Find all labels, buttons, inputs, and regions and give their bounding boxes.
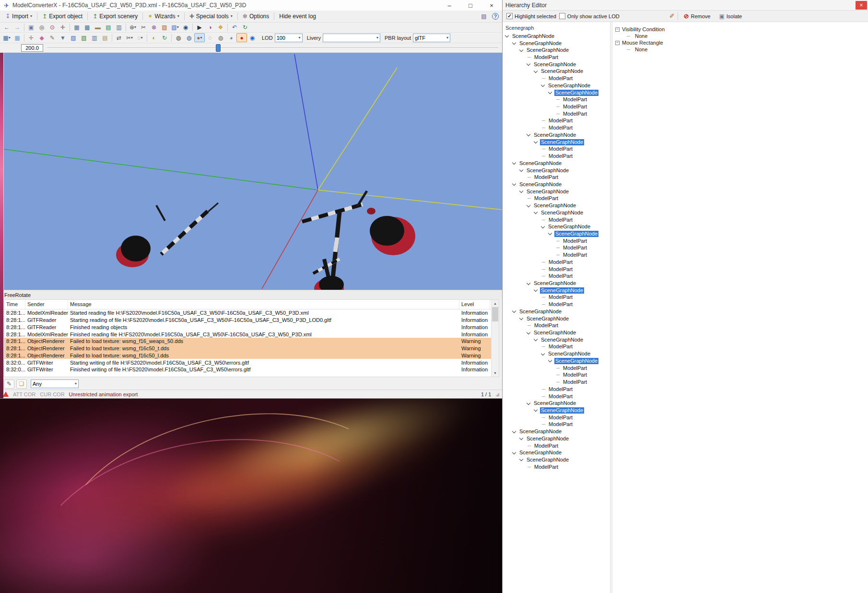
table-button[interactable]: ▤ <box>103 23 114 32</box>
sphere-wireframe-button[interactable]: ◍ <box>173 33 184 42</box>
expander-icon[interactable] <box>512 309 516 313</box>
scroll-down-icon[interactable]: ▼ <box>492 369 499 377</box>
merge-button[interactable]: ⊗ <box>149 23 159 32</box>
texture-button[interactable]: ▨ <box>159 23 170 32</box>
pin-view-button[interactable]: ⊙ <box>47 23 58 32</box>
sphere-shaded-button[interactable]: ◕ <box>226 33 236 42</box>
tree-node-modelpart[interactable]: ModelPart <box>503 421 610 428</box>
tree-node-modelpart[interactable]: ModelPart <box>503 146 610 153</box>
expander-icon[interactable] <box>527 330 530 334</box>
expander-icon[interactable] <box>541 351 545 355</box>
expander-icon[interactable] <box>548 231 552 235</box>
scroll-track[interactable] <box>492 307 499 369</box>
back-button[interactable]: ← <box>1 23 12 32</box>
undo-button[interactable]: ↶ <box>229 23 240 32</box>
tree-node-modelpart[interactable]: ModelPart <box>503 75 610 82</box>
viewport-3d[interactable] <box>4 53 502 290</box>
expander-icon[interactable] <box>534 408 538 412</box>
minimize-button[interactable]: – <box>439 0 460 11</box>
levels-button[interactable]: ▥ <box>89 33 100 42</box>
tree-node-modelpart[interactable]: ModelPart <box>503 301 610 308</box>
bulb-button[interactable]: ◐ <box>149 33 159 42</box>
expander-icon[interactable] <box>527 401 530 404</box>
log-row[interactable]: 8:28:1...ObjectRendererFailed to load te… <box>4 338 499 345</box>
expander-icon[interactable] <box>505 34 509 37</box>
tree-node-scenegraphnode[interactable]: SceneGraphNode <box>503 188 610 195</box>
log-row[interactable]: 8:28:1...GlTFReaderFinished reading obje… <box>4 324 499 331</box>
tree-node-modelpart[interactable]: ModelPart <box>503 96 610 103</box>
log-row[interactable]: 8:28:1...ObjectRendererFailed to load te… <box>4 352 499 359</box>
sphere-textured-button[interactable]: ●▾ <box>194 33 205 42</box>
log-column-time[interactable]: Time <box>4 300 25 309</box>
hierarchy-close-button[interactable]: × <box>856 1 867 10</box>
tree-node-modelpart[interactable]: ModelPart <box>503 103 610 110</box>
expander-icon[interactable] <box>519 436 523 440</box>
tree-node-scenegraphnode[interactable]: SceneGraphNode <box>503 456 610 463</box>
play-animation-button[interactable]: ▶ <box>194 23 205 32</box>
palette-button[interactable]: ◑ <box>205 23 215 32</box>
collapse-icon[interactable]: − <box>615 41 620 45</box>
expander-icon[interactable] <box>527 281 530 285</box>
menu-hide-event-log-button[interactable]: Hide event log <box>276 12 319 22</box>
tree-node-scenegraphnode[interactable]: SceneGraphNode <box>503 449 610 456</box>
tree-node-scenegraphnode[interactable]: SceneGraphNode <box>503 139 610 146</box>
mouse-rectangle-value-row[interactable]: None <box>615 46 868 53</box>
slider-thumb[interactable] <box>216 44 221 52</box>
attach-point-button[interactable]: ✛ <box>26 33 36 42</box>
tree-node-modelpart[interactable]: ModelPart <box>503 414 610 421</box>
forward-button[interactable]: → <box>12 23 23 32</box>
log-row[interactable]: 8:32:0...GlTFWriterFinished writing of f… <box>4 366 499 373</box>
tree-node-scenegraphnode[interactable]: SceneGraphNode <box>503 280 610 287</box>
grid-mode-button[interactable]: ▦ <box>12 33 23 42</box>
level-filter-select[interactable]: Any ▾ <box>31 380 79 388</box>
tree-node-modelpart[interactable]: ModelPart <box>503 245 610 252</box>
expander-icon[interactable] <box>527 62 530 66</box>
expander-icon[interactable] <box>541 225 545 228</box>
event-log-layout-button[interactable]: ▤ <box>479 12 489 21</box>
tree-node-scenegraphnode[interactable]: SceneGraphNode <box>503 61 610 68</box>
visibility-condition-group[interactable]: −Visibility Condition <box>615 26 868 33</box>
expander-icon[interactable] <box>527 203 530 207</box>
paint-icon[interactable]: ✐ <box>669 12 675 20</box>
log-row[interactable]: 8:32:0...GlTFWriterStarting writing of f… <box>4 359 499 366</box>
tree-node-modelpart[interactable]: ModelPart <box>503 216 610 224</box>
tree-node-scenegraphnode[interactable]: SceneGraphNode <box>503 89 610 96</box>
expander-icon[interactable] <box>534 140 538 143</box>
help-button[interactable]: ? <box>491 12 500 21</box>
refresh-model-button[interactable]: ↻ <box>159 33 170 42</box>
collapse-icon[interactable]: − <box>615 27 620 32</box>
tree-node-scenegraphnode[interactable]: SceneGraphNode <box>503 160 610 167</box>
tree-node-scenegraphnode[interactable]: SceneGraphNode <box>503 428 610 435</box>
tree-node-modelpart[interactable]: ModelPart <box>503 379 610 386</box>
tree-node-scenegraphnode[interactable]: SceneGraphNode <box>503 336 610 344</box>
tree-node-modelpart[interactable]: ModelPart <box>503 118 610 125</box>
scroll-up-icon[interactable]: ▲ <box>492 300 499 307</box>
picture-button[interactable]: ▧ <box>68 33 79 42</box>
bone-button[interactable]: ▤ <box>100 33 110 42</box>
expander-icon[interactable] <box>512 182 516 186</box>
mcx-titlebar[interactable]: ✈ ModelConverterX - F-16C50a_USAF_C3_W50… <box>0 0 502 11</box>
scissors-button[interactable]: ✂▾ <box>124 33 135 42</box>
tree-node-modelpart[interactable]: ModelPart <box>503 344 610 351</box>
highlight-selected-checkbox[interactable]: ✓ Highlight selected <box>506 13 556 19</box>
tree-node-scenegraphnode[interactable]: SceneGraphNode <box>503 40 610 47</box>
grid-small-button[interactable]: ▦ <box>71 23 82 32</box>
expander-icon[interactable] <box>519 48 523 52</box>
tree-node-scenegraphnode[interactable]: SceneGraphNode <box>503 350 610 357</box>
menu-import-button[interactable]: ↧Import▾ <box>2 12 35 22</box>
expander-icon[interactable] <box>548 90 552 94</box>
tree-node-scenegraphnode[interactable]: SceneGraphNode <box>503 167 610 174</box>
visibility-condition-value-row[interactable]: None <box>615 33 868 39</box>
tree-node-modelpart[interactable]: ModelPart <box>503 174 610 181</box>
eye-button[interactable]: ◉ <box>180 23 191 32</box>
expander-icon[interactable] <box>512 451 516 454</box>
menu-options-button[interactable]: ✻Options <box>239 12 272 22</box>
menu-export-scenery-button[interactable]: ↥Export scenery <box>89 12 141 22</box>
gradient-button[interactable]: ▨ <box>79 33 89 42</box>
expander-icon[interactable] <box>527 132 530 136</box>
slider-value-box[interactable]: 200.0 <box>21 44 43 52</box>
tree-node-scenegraphnode[interactable]: SceneGraphNode <box>503 33 610 40</box>
log-column-level[interactable]: Level <box>459 300 490 309</box>
mouse-rectangle-group[interactable]: −Mouse Rectangle <box>615 39 868 46</box>
log-row[interactable]: 8:28:1...ModelXmlReaderFinished reading … <box>4 331 499 338</box>
